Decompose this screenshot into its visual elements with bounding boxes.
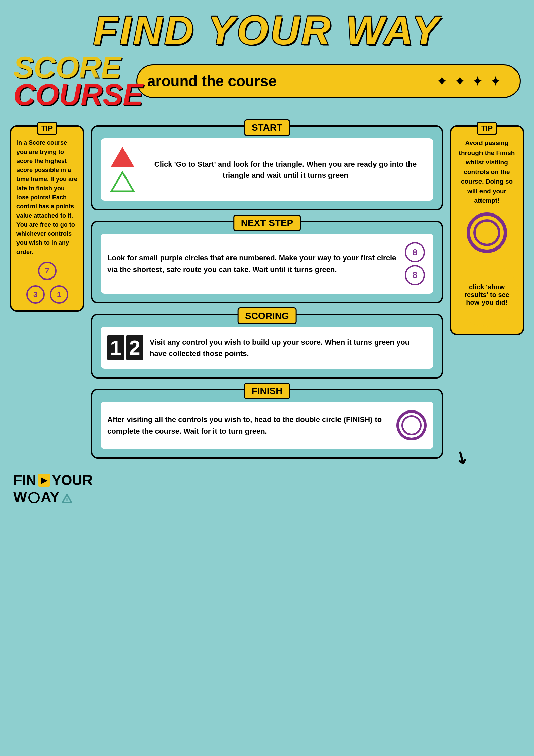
score-course-text: SCORE COURSE xyxy=(13,54,143,108)
tip-right-circle xyxy=(467,212,507,253)
tip-left-label: TIP xyxy=(37,122,57,135)
score-digits: 1 2 xyxy=(107,335,143,360)
tip-left-box: TIP In a Score course you are trying to … xyxy=(10,125,84,312)
results-blob-container: click 'show results' to see how you did! xyxy=(455,263,519,327)
header: FIND YOUR WAY xyxy=(0,0,534,54)
tip-left-text: In a Score course you are trying to scor… xyxy=(16,138,78,257)
logo-circle-icon xyxy=(28,492,40,503)
logo-arrow-icon: ▶ xyxy=(38,474,50,487)
footer: FIN ▶ YOUR W AY xyxy=(0,465,534,512)
next-step-label: NEXT STEP xyxy=(233,215,301,231)
next-step-circles: 8 8 xyxy=(403,242,427,285)
center-cards: START Click 'Go to Start' and look for t… xyxy=(91,125,443,459)
scoring-card: SCORING 1 2 Visit any control you wish t… xyxy=(91,314,443,379)
content-area: TIP In a Score course you are trying to … xyxy=(0,119,534,465)
score-word: SCORE xyxy=(13,54,143,81)
logo-find: FIN xyxy=(13,472,36,488)
tip-circle-3: 3 xyxy=(26,285,45,304)
digit-1: 1 xyxy=(107,335,124,360)
results-blob-text: click 'show results' to see how you did! xyxy=(462,283,512,306)
logo-your: YOUR xyxy=(52,472,93,488)
logo-w: W xyxy=(13,489,27,505)
finish-card: FINISH After visiting all the controls y… xyxy=(91,389,443,459)
tip-right-label: TIP xyxy=(477,122,497,135)
banner-pill: around the course ✦ ✦ ✦ ✦ xyxy=(136,64,521,98)
start-card-inner: Click 'Go to Start' and look for the tri… xyxy=(101,138,433,201)
tip-right-text: Avoid passing through the Finish whilst … xyxy=(456,138,518,206)
start-label: START xyxy=(244,119,290,136)
finish-double-circle xyxy=(396,410,427,440)
results-blob[interactable]: click 'show results' to see how you did! xyxy=(455,263,519,327)
digit-2: 2 xyxy=(126,335,143,360)
logo-ay: AY xyxy=(41,489,60,505)
logo-row-2: W AY xyxy=(13,489,93,505)
scoring-card-inner: 1 2 Visit any control you wish to build … xyxy=(101,327,433,369)
footprints-icon: ✦ ✦ ✦ ✦ xyxy=(436,73,503,89)
scoring-label: SCORING xyxy=(237,307,297,324)
triangle-green-icon xyxy=(110,171,135,192)
course-word: COURSE xyxy=(13,81,143,108)
finish-text: After visiting all the controls you wish… xyxy=(107,414,390,437)
logo-row-1: FIN ▶ YOUR xyxy=(13,472,93,488)
next-step-circle-2: 8 xyxy=(405,265,425,285)
svg-marker-0 xyxy=(111,172,134,191)
next-step-card: NEXT STEP Look for small purple circles … xyxy=(91,221,443,303)
scoring-text: Visit any control you wish to build up y… xyxy=(150,337,427,359)
banner-text: around the course xyxy=(147,73,277,90)
tip-circle-7: 7 xyxy=(38,262,57,280)
finish-card-inner: After visiting all the controls you wish… xyxy=(101,402,433,449)
tip-left-circles-bottom: 3 1 xyxy=(16,285,78,304)
finish-double-circle-inner xyxy=(401,415,422,435)
triangle-red-icon xyxy=(111,147,134,167)
next-step-circle-1: 8 xyxy=(405,242,425,262)
tip-circle-1: 1 xyxy=(50,285,68,304)
start-card: START Click 'Go to Start' and look for t… xyxy=(91,125,443,210)
tip-right-circle-inner xyxy=(473,219,500,246)
next-step-card-inner: Look for small purple circles that are n… xyxy=(101,234,433,294)
start-card-text: Click 'Go to Start' and look for the tri… xyxy=(144,159,427,181)
logo-triangle-icon xyxy=(62,494,72,503)
main-title: FIND YOUR WAY xyxy=(7,10,527,51)
tip-right-box: TIP Avoid passing through the Finish whi… xyxy=(450,125,524,335)
start-icon xyxy=(107,147,138,192)
banner-row: SCORE COURSE around the course ✦ ✦ ✦ ✦ xyxy=(0,54,534,119)
next-step-text: Look for small purple circles that are n… xyxy=(107,252,396,275)
logo: FIN ▶ YOUR W AY xyxy=(13,472,93,505)
finish-label: FINISH xyxy=(244,383,290,399)
tip-left-circles: 7 xyxy=(16,262,78,280)
